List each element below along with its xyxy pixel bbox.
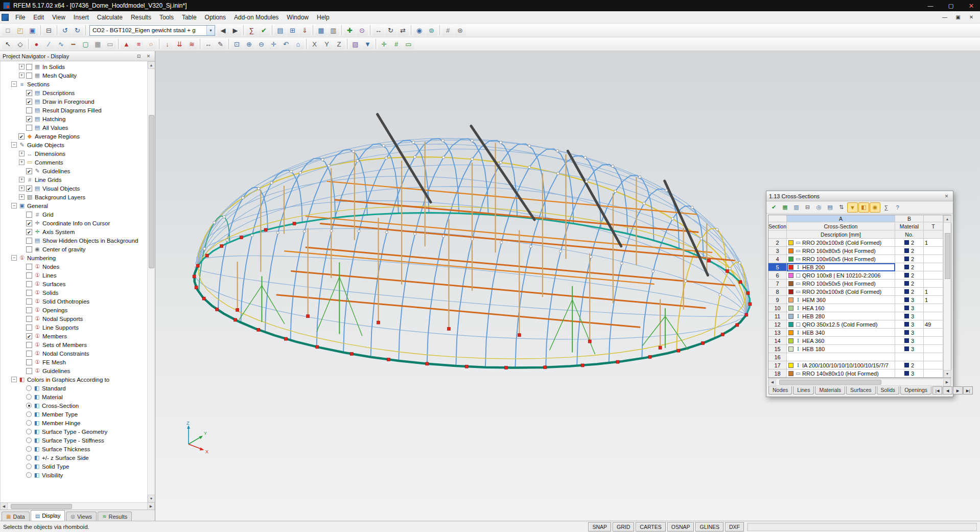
checkbox[interactable]: ✔: [26, 90, 32, 96]
pan-icon[interactable]: ✛: [268, 38, 279, 50]
checkbox[interactable]: [26, 238, 32, 244]
tree-item-member-hinge[interactable]: ◧Member Hinge: [1, 419, 147, 427]
table-scroll-up-icon[interactable]: ▲: [944, 215, 951, 223]
zoom-window-icon[interactable]: ⊡: [231, 38, 243, 50]
checkbox[interactable]: [26, 212, 32, 218]
checkbox[interactable]: [26, 342, 32, 348]
menu-window[interactable]: Window: [283, 12, 313, 23]
cross-section-row-6[interactable]: 6□QRO 100x8 | EN 10210-2:20062: [768, 271, 943, 280]
expander-minus-icon[interactable]: −: [11, 255, 17, 261]
status-toggle-cartes[interactable]: CARTES: [636, 522, 665, 531]
description-cell[interactable]: IHEB 340: [787, 329, 895, 337]
tree-item-comments[interactable]: +▭Comments: [1, 158, 147, 167]
description-cell[interactable]: IHEB 280: [787, 312, 895, 320]
tree-item-dimensions[interactable]: +↔Dimensions: [1, 149, 147, 158]
surface-load-icon[interactable]: ≋: [186, 38, 198, 50]
checkbox[interactable]: [26, 298, 32, 305]
cross-section-row-14[interactable]: 14IHEA 3603: [768, 337, 943, 345]
redo-icon[interactable]: ↻: [72, 25, 83, 36]
checkbox[interactable]: ✔: [26, 168, 32, 174]
tree-item-guide-objects[interactable]: −✎Guide Objects: [1, 141, 147, 149]
tree-item-axis-system[interactable]: ✔✛Axis System: [1, 227, 147, 236]
filter-icon[interactable]: ▼: [847, 202, 858, 213]
solid-icon[interactable]: ▦: [92, 38, 104, 50]
tree-item-show-hidden-objects-in-background[interactable]: ▤Show Hidden Objects in Background: [1, 236, 147, 245]
calculation-icon[interactable]: ∑: [246, 25, 258, 36]
column-group-a[interactable]: A: [787, 215, 895, 222]
loads-icon[interactable]: ⇓: [299, 25, 311, 36]
checkbox[interactable]: [26, 272, 32, 279]
material-cell[interactable]: 3: [895, 304, 924, 312]
mirror-icon[interactable]: ⇄: [397, 25, 409, 36]
sort-icon[interactable]: ⇅: [836, 202, 847, 213]
checkbox[interactable]: [26, 325, 32, 331]
tree-vertical-scrollbar[interactable]: ▲ ▼: [147, 61, 155, 502]
tree-item-guidelines[interactable]: ✔✎Guidelines: [1, 167, 147, 175]
mdi-minimize-button[interactable]: —: [938, 12, 951, 22]
model-canvas[interactable]: Z Y X 1.13 Cross-Sections ✕ ✔▦▥⊟◎▤⇅▼◧◉∑?…: [155, 51, 980, 521]
tables-icon[interactable]: ▦: [315, 25, 327, 36]
row-number-cell[interactable]: 15: [768, 345, 787, 353]
grid-toggle-icon[interactable]: #: [390, 38, 402, 50]
apply-icon[interactable]: ✔: [768, 202, 779, 213]
tree-horizontal-scrollbar[interactable]: ◀ ▶: [0, 502, 155, 510]
expander-plus-icon[interactable]: +: [19, 194, 25, 200]
rotate-icon[interactable]: ↻: [385, 25, 396, 36]
check-data-icon[interactable]: ✔: [258, 25, 270, 36]
nodal-load-icon[interactable]: ↓: [161, 38, 173, 50]
tree-item-visual-objects[interactable]: +✔▤Visual Objects: [1, 184, 147, 193]
tree-item-fe-mesh[interactable]: ①FE Mesh: [1, 358, 147, 366]
save-icon[interactable]: ▣: [27, 25, 38, 36]
status-toggle-glines[interactable]: GLINES: [695, 522, 724, 531]
table-tab-materials[interactable]: Materials: [815, 386, 845, 395]
node-icon[interactable]: ●: [31, 38, 42, 50]
description-cell[interactable]: ▭RRO 140x80x10 (Hot Formed): [787, 369, 895, 378]
tree-item-coordinate-info-on-cursor[interactable]: ✔✛Coordinate Info on Cursor: [1, 219, 147, 227]
print-icon[interactable]: ⊟: [43, 25, 55, 36]
help-icon[interactable]: ?: [892, 202, 903, 213]
new-icon[interactable]: □: [2, 25, 14, 36]
line-load-icon[interactable]: ⇊: [174, 38, 185, 50]
snap-toggle-icon[interactable]: ✛: [378, 38, 390, 50]
select-pointer-icon[interactable]: ↖: [2, 38, 14, 50]
table-scroll-down-icon[interactable]: ▼: [944, 370, 951, 378]
tree-item-all-values[interactable]: ▤All Values: [1, 123, 147, 132]
row-number-cell[interactable]: 6: [768, 271, 787, 280]
material-cell[interactable]: 3: [895, 312, 924, 320]
radio-button[interactable]: [26, 446, 32, 452]
tree-item-nodes[interactable]: ①Nodes: [1, 262, 147, 271]
description-cell[interactable]: ▭RRO 160x80x5 (Hot Formed): [787, 247, 895, 255]
tree-item-sections[interactable]: −≡Sections: [1, 80, 147, 88]
tree-item-surface-type-geometry[interactable]: ◧Surface Type - Geometry: [1, 427, 147, 436]
material-cell[interactable]: [895, 353, 924, 361]
row-number-cell[interactable]: 12: [768, 320, 787, 329]
expander-plus-icon[interactable]: +: [19, 151, 25, 156]
menu-view[interactable]: View: [48, 12, 69, 23]
navigator-tab-data[interactable]: ▦Data: [2, 512, 30, 521]
tree-item-numbering[interactable]: −①Numbering: [1, 253, 147, 262]
cross-section-row-11[interactable]: 11IHEB 2803: [768, 312, 943, 320]
material-cell[interactable]: 3: [895, 320, 924, 329]
row-number-cell[interactable]: 3: [768, 247, 787, 255]
tree-item-sets-of-members[interactable]: ①Sets of Members: [1, 340, 147, 349]
tree-item-general[interactable]: −▣General: [1, 201, 147, 210]
menu-insert[interactable]: Insert: [69, 12, 93, 23]
scroll-left-icon[interactable]: ◀: [0, 502, 8, 510]
calculator-icon[interactable]: ∑: [881, 202, 892, 213]
select-rhomboid-icon[interactable]: ◇: [14, 38, 26, 50]
material-cell[interactable]: 2: [895, 280, 924, 288]
minimize-button[interactable]: —: [922, 0, 939, 11]
row-number-cell[interactable]: 8: [768, 288, 787, 296]
expander-plus-icon[interactable]: +: [19, 73, 25, 78]
radio-button[interactable]: [26, 394, 32, 400]
material-cell[interactable]: 3: [895, 296, 924, 304]
tree-hscroll-thumb[interactable]: [11, 504, 72, 509]
menu-file[interactable]: File: [11, 12, 29, 23]
radio-button[interactable]: [26, 385, 32, 391]
menu-tools[interactable]: Tools: [155, 12, 178, 23]
table-tab-solids[interactable]: Solids: [877, 386, 900, 395]
import-table-icon[interactable]: ▥: [791, 202, 802, 213]
description-cell[interactable]: ▭RRO 200x100x8 (Cold Formed): [787, 288, 895, 296]
tree-item-descriptions[interactable]: ✔▤Descriptions: [1, 88, 147, 97]
material-cell[interactable]: 2: [895, 263, 924, 271]
